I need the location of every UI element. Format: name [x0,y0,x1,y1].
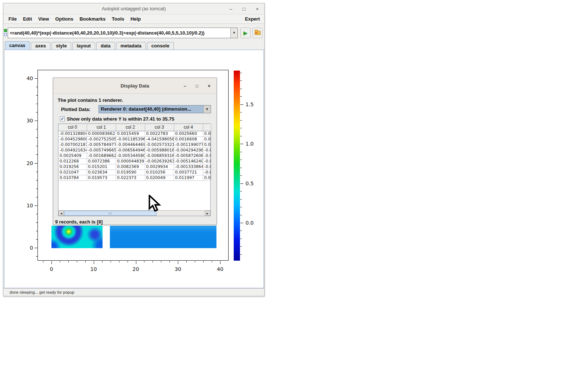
colorbar-tick-label: 0.0 [245,220,258,226]
table-cell-r6-c0[interactable]: 0.019256 [58,164,87,169]
colorbar-tick [240,160,242,160]
plot-canvas[interactable]: Display Data – □ × The plot contains 1 r… [4,50,264,288]
table-cell-r1-c5[interactable]: 0.00 [203,136,211,142]
table-cell-r5-c4[interactable]: -0.005146240... [174,158,203,164]
table-cell-r8-c0[interactable]: 0.010784 [58,175,87,181]
table-cell-r8-c3[interactable]: 0.020049 [145,175,174,181]
data-table-scrollpane[interactable]: col 0col 1col 2col 3col 4 -0.001328804..… [58,124,211,216]
x-axis-tick [153,261,153,262]
horizontal-scrollbar[interactable]: ◀ ||| ▶ [58,210,210,216]
table-cell-r7-c4[interactable]: 0.0037721 [174,169,203,175]
data-table: col 0col 1col 2col 3col 4 -0.001328804..… [58,124,211,181]
filter-checkbox[interactable]: ✓ [60,117,65,121]
colorbar-tick [240,89,242,89]
table-header-col-1[interactable]: col 1 [87,124,116,131]
table-cell-r7-c0[interactable]: 0.021047 [58,169,87,175]
table-cell-r6-c2[interactable]: 0.0082369 [116,164,145,169]
table-cell-r4-c2[interactable]: -0.005344580... [116,153,145,158]
table-cell-r4-c0[interactable]: 0.0025409 [58,153,87,158]
table-cell-r6-c1[interactable]: 0.015201 [87,164,116,169]
display-data-dialog: Display Data – □ × The plot contains 1 r… [53,78,217,225]
x-axis-tick [51,261,52,264]
table-cell-r5-c2[interactable]: 0.000044839 [116,158,145,164]
y-axis-tick [36,137,37,138]
table-cell-r8-c5[interactable]: 0.00 [203,175,211,181]
table-cell-r7-c5[interactable]: -0.0 [203,169,211,175]
plotted-data-label: Plotted Data: [61,107,90,112]
table-cell-r0-c0[interactable]: -0.001328804... [58,131,87,136]
table-cell-r1-c3[interactable]: -4.041598058... [145,136,174,142]
scroll-left-icon[interactable]: ◀ [58,211,64,216]
table-cell-r3-c4[interactable]: -0.004294298... [174,147,203,153]
colorbar-tick [240,223,243,223]
table-header-col-0[interactable]: col 0 [58,124,87,131]
table-row: 0.0107840.0195730.0223730.0200490.011997… [58,175,211,181]
table-cell-r7-c1[interactable]: 0.023634 [87,169,116,175]
table-cell-r7-c2[interactable]: 0.019590 [116,169,145,175]
table-cell-r6-c5[interactable]: -0.0 [203,164,211,169]
page: Autoplot untagged (as tomcat) – □ × File… [0,0,588,386]
colorbar-tick [240,73,242,73]
table-cell-r8-c4[interactable]: 0.011997 [174,175,203,181]
y-axis-tick [36,95,37,96]
table-header-col-4[interactable]: col 4 [174,124,203,131]
combobox-arrow-icon[interactable]: ▼ [203,106,211,113]
table-cell-r3-c1[interactable]: -0.005749665... [87,147,116,153]
scrollbar-thumb[interactable]: ||| [64,211,157,216]
table-cell-r3-c2[interactable]: -0.006564946... [116,147,145,153]
table-cell-r7-c3[interactable]: 0.010256 [145,169,174,175]
colorbar-tick [240,136,242,136]
table-cell-r5-c1[interactable]: 0.0072386 [87,158,116,164]
table-cell-r0-c2[interactable]: 0.0015459 [116,131,145,136]
table-cell-r5-c5[interactable]: -0.0 [203,158,211,164]
table-cell-r2-c4[interactable]: -0.001199077... [174,142,203,147]
heatmap-strip-right [110,226,216,248]
table-cell-r2-c5[interactable]: 0.00 [203,142,211,147]
colorbar-tick [240,144,243,144]
table-cell-r3-c5[interactable]: -0.0 [203,147,211,153]
table-cell-r1-c4[interactable]: 0.0016608 [174,136,203,142]
table-cell-r4-c5[interactable]: -0.0 [203,153,211,158]
scroll-right-icon[interactable]: ▶ [205,211,210,216]
table-cell-r3-c0[interactable]: -0.004921634... [58,147,87,153]
table-cell-r3-c3[interactable]: -0.005988016... [145,147,174,153]
table-cell-r8-c2[interactable]: 0.022373 [116,175,145,181]
table-cell-r2-c2[interactable]: -0.004464469... [116,142,145,147]
table-cell-r0-c4[interactable]: 0.0025660 [174,131,203,136]
dialog-minimize-icon[interactable]: – [183,83,187,89]
table-cell-r4-c3[interactable]: -0.006859316... [145,153,174,158]
colorbar-tick [240,239,242,239]
table-row: 0.0210470.0236340.0195900.0102560.003772… [58,169,211,175]
table-header-col-2[interactable]: col 2 [116,124,145,131]
table-header-col-3[interactable]: col 3 [145,124,174,131]
y-axis-tick [35,205,37,206]
table-cell-r2-c3[interactable]: -0.002573321... [145,142,174,147]
table-cell-r0-c1[interactable]: 0.000083662 [87,131,116,136]
table-cell-r5-c3[interactable]: -0.002639263... [145,158,174,164]
table-cell-r4-c1[interactable]: -0.001689662... [87,153,116,158]
colorbar-tick [240,215,242,215]
table-cell-r5-c0[interactable]: 0.012268 [58,158,87,164]
table-cell-r0-c3[interactable]: 0.0022783 [145,131,174,136]
x-axis-tick [128,261,128,262]
table-cell-r4-c4[interactable]: -0.005872606... [174,153,203,158]
table-cell-r6-c3[interactable]: 0.0029934 [145,164,174,169]
table-cell-r2-c0[interactable]: -0.007002187... [58,142,87,147]
y-axis-tick-label: 0 [22,245,33,251]
table-cell-r1-c2[interactable]: -0.001185396... [116,136,145,142]
table-cell-r8-c1[interactable]: 0.019573 [87,175,116,181]
dialog-close-icon[interactable]: × [207,83,211,89]
table-cell-r1-c0[interactable]: -0.004529800... [58,136,87,142]
table-cell-r1-c1[interactable]: -0.002752505... [87,136,116,142]
table-cell-r2-c1[interactable]: -0.005784977... [87,142,116,147]
dialog-title-bar[interactable]: Display Data – □ × [53,78,216,94]
table-cell-r6-c4[interactable]: -0.001333864... [174,164,203,169]
y-axis-tick [36,172,37,172]
colorbar-tick [240,175,242,176]
dialog-maximize-icon[interactable]: □ [195,83,199,89]
table-cell-r0-c5[interactable]: 0.00 [203,131,211,136]
table-header-col-5[interactable] [203,124,211,131]
y-axis-tick [35,163,37,164]
plotted-data-combobox[interactable]: Renderer 0: dataset[40,40] (dimension...… [98,105,211,113]
colorbar-tick [240,207,242,207]
